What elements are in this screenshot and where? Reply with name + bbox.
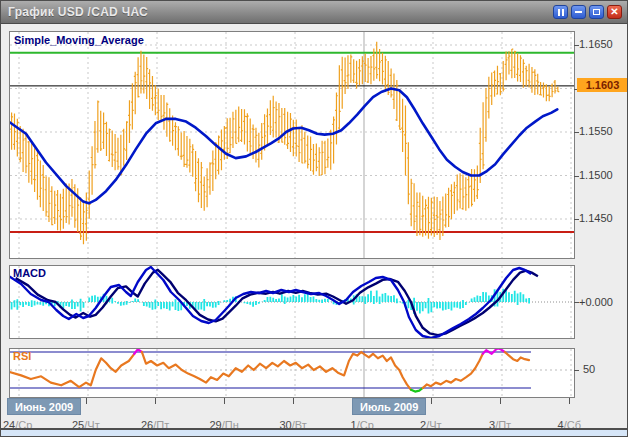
close-icon: ✕ <box>610 7 618 17</box>
current-price-badge: 1.1603 <box>577 78 628 92</box>
time-axis-tick <box>86 398 87 404</box>
time-axis-tick <box>155 398 156 404</box>
rsi-axis-tick <box>574 370 579 371</box>
rsi-line <box>142 352 411 390</box>
pause-icon <box>557 9 565 16</box>
time-axis-tick <box>569 398 570 404</box>
price-axis-label: 1.1500 <box>579 169 613 181</box>
title-bar[interactable]: График USD /CAD ЧАС <box>1 1 627 24</box>
macd-chart-svg <box>10 266 574 338</box>
price-chart-panel[interactable]: Simple_Moving_Average <box>9 31 575 259</box>
price-axis-label: 1.1450 <box>579 212 613 224</box>
candlestick-series <box>10 42 559 244</box>
rsi-line <box>423 354 483 388</box>
rsi-axis-value: 50 <box>583 363 595 375</box>
time-axis-tick <box>431 398 432 404</box>
macd-axis-value: +0.000 <box>579 296 613 308</box>
rsi-indicator-label: RSI <box>13 350 31 362</box>
price-axis-label: 1.1650 <box>579 38 613 50</box>
chart-window: График USD /CAD ЧАС ✕ Simple_Moving_Aver… <box>0 0 628 437</box>
time-axis-tick <box>500 398 501 404</box>
price-axis-label: 1.1550 <box>579 125 613 137</box>
rsi-panel[interactable]: RSI <box>9 348 575 398</box>
sma-indicator-label: Simple_Moving_Average <box>14 34 144 46</box>
month-label-badge: Июнь 2009 <box>7 398 81 415</box>
rsi-chart-svg <box>10 349 574 397</box>
close-button[interactable]: ✕ <box>607 5 622 19</box>
time-axis-tick <box>224 398 225 404</box>
price-chart-svg <box>10 32 574 258</box>
minimize-icon <box>575 11 582 13</box>
window-title: График USD /CAD ЧАС <box>1 5 148 19</box>
pause-button[interactable] <box>553 5 568 19</box>
rsi-line <box>505 352 529 361</box>
maximize-icon <box>593 9 600 15</box>
macd-panel[interactable]: MACD <box>9 265 575 339</box>
window-controls: ✕ <box>553 5 622 19</box>
minimize-button[interactable] <box>571 5 586 19</box>
time-axis-tick <box>293 398 294 404</box>
month-label-badge: Июль 2009 <box>352 398 426 415</box>
rsi-line <box>483 349 505 354</box>
window-bottom-edge <box>1 428 627 436</box>
macd-indicator-label: MACD <box>13 267 46 279</box>
maximize-button[interactable] <box>589 5 604 19</box>
